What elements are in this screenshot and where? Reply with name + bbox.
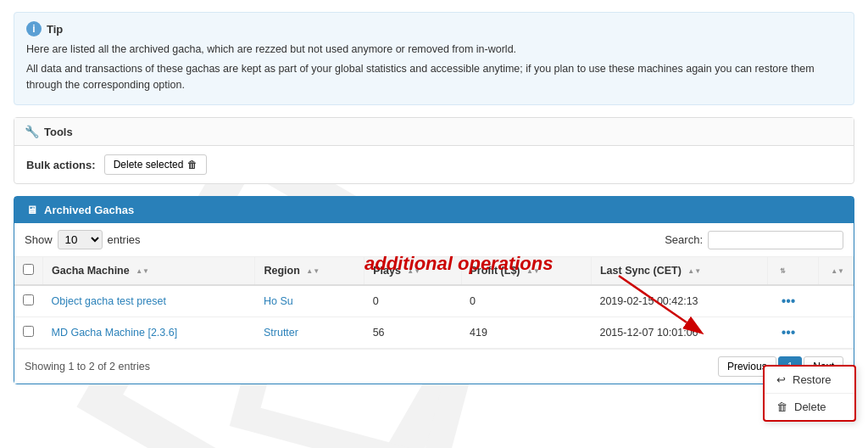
tip-title-text: Tip	[47, 23, 63, 36]
show-entries: Show 10 25 50 100 entries	[25, 230, 141, 249]
dots-menu-cell: •••	[768, 285, 819, 317]
plays-cell: 56	[364, 317, 461, 349]
checkbox-header	[14, 257, 43, 285]
wrench-icon: 🔧	[25, 125, 39, 138]
server-icon: 🖥	[26, 204, 37, 216]
showing-text: Showing 1 to 2 of 2 entries	[25, 361, 150, 372]
extra-cell	[819, 285, 854, 317]
actions-header: ⇅	[768, 257, 819, 285]
last-sync-cell: 2015-12-07 10:01:06	[591, 317, 767, 349]
sort-icon: ▲▼	[526, 267, 540, 275]
sort-icon: ▲▼	[306, 267, 320, 275]
delete-menu-item[interactable]: 🗑 Delete	[765, 393, 854, 420]
info-icon: i	[26, 21, 42, 36]
profit-cell: 419	[461, 317, 591, 349]
region-link[interactable]: Ho Su	[264, 295, 293, 307]
row-checkbox-cell	[14, 317, 43, 349]
restore-label: Restore	[793, 373, 832, 386]
last-sync-cell: 2019-02-15 00:42:13	[591, 285, 767, 317]
select-all-checkbox[interactable]	[23, 264, 34, 275]
show-label: Show	[25, 233, 53, 246]
region-header[interactable]: Region ▲▼	[255, 257, 364, 285]
row-checkbox[interactable]	[23, 294, 34, 305]
sort-icon: ▲▼	[407, 267, 420, 275]
delete-selected-label: Delete selected	[114, 159, 184, 171]
sort-icon: ▲▼	[136, 267, 149, 275]
page-wrapper: i Tip Here are listed all the archived g…	[0, 0, 868, 448]
table-section: 🖥 Archived Gachas Show 10 25 50 100 entr…	[14, 196, 854, 384]
restore-icon: ↩	[776, 373, 786, 386]
tip-title: i Tip	[26, 21, 842, 36]
last-sync-header[interactable]: Last Sync (CET) ▲▼	[591, 257, 767, 285]
table-body: Object gacha test preset Ho Su 0 0 2019-…	[14, 285, 854, 349]
sort-icon: ⇅	[780, 267, 786, 275]
row-checkbox[interactable]	[23, 326, 34, 337]
row-checkbox-cell	[14, 285, 43, 317]
tip-text: Here are listed all the archived gacha, …	[26, 42, 842, 92]
restore-menu-item[interactable]: ↩ Restore	[765, 367, 854, 393]
sort-icon: ▲▼	[831, 267, 844, 275]
bulk-actions-label: Bulk actions:	[26, 159, 96, 171]
gacha-name-link[interactable]: MD Gacha Machine [2.3.6]	[52, 327, 178, 339]
row-actions-button[interactable]: •••	[776, 292, 801, 311]
tip-box: i Tip Here are listed all the archived g…	[14, 12, 854, 105]
datatable-controls: Show 10 25 50 100 entries Search:	[14, 223, 854, 257]
tools-section: 🔧 Tools Bulk actions: Delete selected 🗑	[14, 117, 854, 184]
tip-line2: All data and transactions of these gacha…	[26, 61, 842, 93]
trash-icon: 🗑	[187, 159, 198, 171]
sort-icon: ▲▼	[687, 267, 701, 275]
gacha-name-cell: MD Gacha Machine [2.3.6]	[43, 317, 255, 349]
gacha-name-link[interactable]: Object gacha test preset	[52, 295, 167, 307]
table-row: MD Gacha Machine [2.3.6] Strutter 56 419…	[14, 317, 854, 349]
dots-menu-cell: •••	[768, 317, 819, 349]
profit-header[interactable]: Profit (L$) ▲▼	[461, 257, 591, 285]
plays-header[interactable]: Plays ▲▼	[364, 257, 461, 285]
table-title: Archived Gachas	[44, 204, 134, 216]
delete-label: Delete	[794, 400, 826, 413]
gacha-name-cell: Object gacha test preset	[43, 285, 255, 317]
table-header-row: Gacha Machine ▲▼ Region ▲▼ Plays ▲▼ Prof…	[14, 257, 854, 285]
region-cell: Strutter	[255, 317, 364, 349]
table-row: Object gacha test preset Ho Su 0 0 2019-…	[14, 285, 854, 317]
tools-header: 🔧 Tools	[14, 118, 854, 146]
context-menu: ↩ Restore 🗑 Delete	[763, 365, 856, 422]
gacha-machine-header[interactable]: Gacha Machine ▲▼	[43, 257, 255, 285]
profit-cell: 0	[461, 285, 591, 317]
tip-line1: Here are listed all the archived gacha, …	[26, 42, 842, 58]
entries-label: entries	[108, 233, 141, 246]
delete-icon: 🗑	[776, 400, 787, 413]
extra-header: ▲▼	[819, 257, 854, 285]
row-actions-button[interactable]: •••	[776, 323, 801, 342]
search-label: Search:	[665, 233, 703, 246]
plays-cell: 0	[364, 285, 461, 317]
tools-title: Tools	[44, 126, 73, 138]
bulk-actions: Bulk actions: Delete selected 🗑	[26, 154, 842, 175]
table-footer: Showing 1 to 2 of 2 entries Previous 1 N…	[14, 349, 854, 384]
archived-gachas-table: Gacha Machine ▲▼ Region ▲▼ Plays ▲▼ Prof…	[14, 257, 854, 349]
search-area: Search:	[665, 231, 843, 249]
delete-selected-button[interactable]: Delete selected 🗑	[104, 154, 208, 175]
extra-cell	[819, 317, 854, 349]
region-cell: Ho Su	[255, 285, 364, 317]
region-link[interactable]: Strutter	[264, 327, 298, 339]
tools-body: Bulk actions: Delete selected 🗑	[14, 146, 854, 183]
entries-per-page-select[interactable]: 10 25 50 100	[58, 230, 103, 249]
search-input[interactable]	[708, 231, 843, 249]
table-header-bar: 🖥 Archived Gachas	[14, 197, 854, 223]
